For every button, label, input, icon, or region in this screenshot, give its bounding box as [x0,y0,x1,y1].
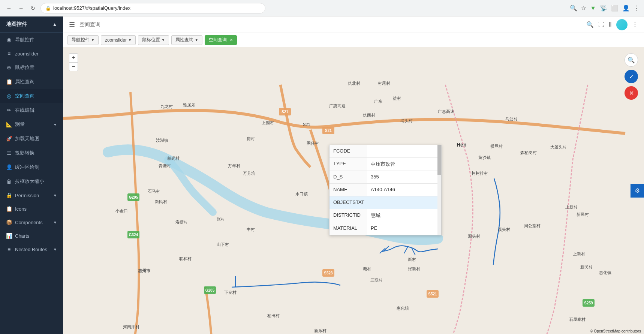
svg-text:黄沙镇: 黄沙镇 [478,155,491,160]
tool-spatial-btn[interactable]: 空间查询 ✕ [205,35,237,45]
sidebar-item-attr-query[interactable]: 📋 属性查询 [0,75,63,89]
page-title: 空间查询 [79,21,100,28]
svg-text:柯树排村: 柯树排村 [472,171,488,175]
svg-text:G205: G205 [129,195,138,199]
sidebar-collapse-icon[interactable]: ▲ [52,22,57,27]
tool-nav-label: 导航控件 [72,37,90,43]
map-zoom-controls: + − [69,53,78,71]
sidebar-item-zoomslider[interactable]: ≡ zoomslider [0,47,63,60]
popup-key-objectstat: OBJECTSTAT [329,196,367,209]
svg-text:万年村: 万年村 [228,163,240,168]
tool-attr-label: 属性查询 [175,37,193,43]
address-bar[interactable]: 🔒 localhost:9527/#/spatialQuery/index [40,3,265,13]
svg-text:新民村: 新民村 [580,265,593,269]
forward-button[interactable]: → [16,4,25,13]
sidebar-item-mouse[interactable]: ⊕ 鼠标位置 [0,60,63,75]
popup-val-type: 中压市政管 [367,158,441,171]
avatar[interactable] [616,19,628,30]
tool-spatial-label: 空间查询 [209,37,227,43]
tool-attr-chevron: ▼ [195,38,198,42]
back-button[interactable]: ← [4,4,13,13]
popup-key-type: TYPE [329,158,367,171]
browser-tab-icon[interactable]: ⬜ [611,4,619,12]
popup-key-material: MATERIAL [329,222,367,235]
sidebar-item-label: 属性查询 [15,78,34,85]
svg-text:G205: G205 [205,288,215,292]
nested-routes-chevron: ▼ [53,247,57,252]
map-container[interactable]: S21 S21 G205 G205 S523 S521 [63,47,644,334]
popup-key-name: NAME [329,184,367,196]
tool-attr-btn[interactable]: 属性查询 ▼ [171,35,202,45]
browser-star-icon[interactable]: ☆ [581,4,586,12]
sidebar-item-spatial-query[interactable]: ◎ 空间查询 [0,89,63,103]
browser-vpn-icon[interactable]: ▼ [590,5,596,12]
popup-key-districtid: DISTRICTID [329,209,367,222]
tool-nav-btn[interactable]: 导航控件 ▼ [67,35,99,45]
font-icon[interactable]: Ⅱ [609,21,612,28]
browser-chrome: ← → ↻ 🔒 localhost:9527/#/spatialQuery/in… [0,0,644,16]
svg-text:仇北村: 仇北村 [348,81,360,85]
svg-text:水口镇: 水口镇 [295,192,308,196]
popup-val-objectstat [367,196,441,209]
popup-key-ds: D_S [329,171,367,183]
map-clear-button[interactable]: ✕ [625,86,638,100]
svg-text:广东: 广东 [374,99,382,103]
svg-text:新民村: 新民村 [577,212,589,217]
top-bar: ☰ 空间查询 🔍 ⛶ Ⅱ ⋮ [63,16,644,33]
tool-zoom-label: zoomslider [105,37,127,43]
svg-text:新村: 新村 [408,257,416,262]
sidebar-item-label: Charts [15,233,29,239]
tianditu-icon: 🚀 [6,136,12,142]
svg-rect-12 [583,299,595,307]
browser-menu-icon[interactable]: ⋮ [634,4,640,12]
sidebar-item-measure[interactable]: 📐 测量 ▼ [0,117,63,132]
map-search-button[interactable]: 🔍 [625,53,638,67]
tool-mouse-btn[interactable]: 鼠标位置 ▼ [138,35,169,45]
popup-row-name: NAME A140-A146 [329,184,441,196]
sidebar-item-projection[interactable]: ☰ 投影转换 [0,146,63,160]
expand-icon[interactable]: ⛶ [598,21,604,28]
more-icon[interactable]: ⋮ [632,21,638,28]
tool-zoom-btn[interactable]: zoomslider ▼ [101,35,136,45]
svg-text:广惠高速: 广惠高速 [329,103,346,108]
popup-scrollbar[interactable] [437,145,441,235]
sidebar: 地图控件 ▲ ◉ 导航控件 ≡ zoomslider ⊕ 鼠标位置 📋 属性查询… [0,16,63,334]
svg-text:G324: G324 [129,233,138,237]
svg-rect-8 [322,269,334,277]
sidebar-item-nested-routes[interactable]: ≡ Nested Routes ▼ [0,243,63,256]
svg-text:S521: S521 [428,292,437,296]
svg-text:柏岗村: 柏岗村 [167,156,180,160]
sidebar-item-icons[interactable]: 📋 Icons [0,202,63,216]
zoom-in-button[interactable]: + [69,53,78,62]
sidebar-item-nav[interactable]: ◉ 导航控件 [0,33,63,47]
sidebar-item-zoom-box[interactable]: 🗑 拉框放大缩小 [0,174,63,189]
svg-text:惠化镇: 惠化镇 [599,270,611,275]
reload-button[interactable]: ↻ [28,4,37,13]
svg-text:森柏岗村: 森柏岗村 [520,150,537,155]
sidebar-item-online-edit[interactable]: ✏ 在线编辑 [0,103,63,117]
browser-cast-icon[interactable]: 📡 [600,4,607,12]
sidebar-header: 地图控件 ▲ [0,16,63,33]
main-content: ☰ 空间查询 🔍 ⛶ Ⅱ ⋮ 导航控件 ▼ zoomslider ▼ 鼠标位置 [63,16,644,334]
sidebar-item-components[interactable]: 📦 Components ▼ [0,216,63,229]
svg-rect-6 [204,286,216,294]
map-settings-button[interactable]: ⚙ [631,184,644,198]
popup-scrollbar-thumb [437,145,441,175]
sidebar-item-charts[interactable]: 📊 Charts [0,229,63,243]
map-confirm-button[interactable]: ✓ [625,70,638,83]
components-chevron: ▼ [53,220,57,225]
popup-row-fcode: FCODE [329,145,441,158]
buffer-icon: 👤 [6,164,12,170]
svg-text:上新村: 上新村 [573,252,585,256]
search-icon[interactable]: 🔍 [586,21,594,28]
menu-toggle-icon[interactable]: ☰ [69,21,75,29]
svg-text:Hen: Hen [457,142,466,148]
sidebar-item-tianditu[interactable]: 🚀 加载天地图 [0,132,63,146]
browser-search-icon[interactable]: 🔍 [570,4,577,12]
sidebar-item-buffer[interactable]: 👤 缓冲区绘制 [0,160,63,174]
tool-spatial-x[interactable]: ✕ [230,38,233,42]
zoom-out-button[interactable]: − [69,62,78,71]
sidebar-item-permission[interactable]: 🔒 Permission ▼ [0,189,63,202]
browser-profile-icon[interactable]: 👤 [622,4,630,12]
top-bar-right: 🔍 ⛶ Ⅱ ⋮ [586,19,638,30]
